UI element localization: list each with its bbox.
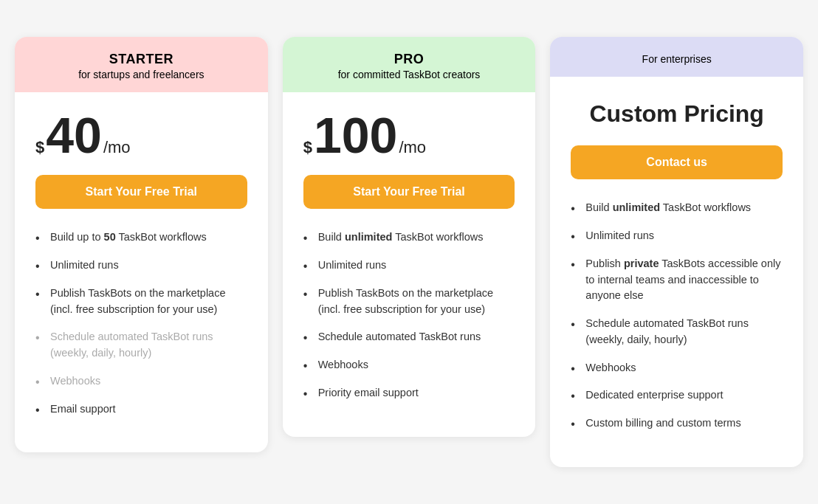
list-item: Publish TaskBots on the marketplace (inc… — [303, 286, 515, 318]
list-item: Webhooks — [35, 373, 247, 390]
custom-pricing-label: Custom Pricing — [571, 100, 783, 128]
enterprise-header: For enterprises — [550, 37, 803, 77]
list-item: Custom billing and custom terms — [571, 415, 783, 432]
list-item: Webhooks — [571, 360, 783, 376]
enterprise-features-list: Build unlimited TaskBot workflows Unlimi… — [571, 200, 783, 432]
pro-card: PRO for committed TaskBot creators $ 100… — [283, 37, 536, 436]
starter-card-body: $ 40 /mo Start Your Free Trial Build up … — [15, 92, 268, 452]
list-item: Build unlimited TaskBot workflows — [303, 229, 515, 246]
list-item: Dedicated enterprise support — [571, 387, 783, 404]
list-item: Publish TaskBots on the marketplace (inc… — [35, 286, 247, 318]
starter-price-period: /mo — [103, 138, 131, 157]
list-item: Priority email support — [303, 385, 515, 401]
pro-features-list: Build unlimited TaskBot workflows Unlimi… — [303, 229, 515, 401]
starter-plan-name: STARTER — [32, 52, 250, 67]
enterprise-header-label: For enterprises — [568, 53, 786, 65]
list-item: Schedule automated TaskBot runs (weekly,… — [571, 316, 783, 348]
pro-card-body: $ 100 /mo Start Your Free Trial Build un… — [283, 92, 536, 436]
list-item: Unlimited runs — [35, 258, 247, 274]
list-item: Publish private TaskBots accessible only… — [571, 256, 783, 304]
enterprise-cta-button[interactable]: Contact us — [571, 145, 783, 179]
list-item: Build up to 50 TaskBot workflows — [35, 229, 247, 246]
enterprise-card-body: Custom Pricing Contact us Build unlimite… — [550, 77, 803, 467]
starter-price-dollar: $ — [35, 138, 44, 157]
pro-price-row: $ 100 /mo — [303, 110, 515, 160]
pro-plan-subtitle: for committed TaskBot creators — [300, 69, 518, 80]
pro-cta-button[interactable]: Start Your Free Trial — [303, 175, 515, 209]
list-item: Unlimited runs — [571, 228, 783, 244]
starter-cta-button[interactable]: Start Your Free Trial — [35, 175, 247, 209]
pro-plan-name: PRO — [300, 52, 518, 67]
pro-price-period: /mo — [399, 138, 426, 157]
list-item: Build unlimited TaskBot workflows — [571, 200, 783, 216]
starter-price-amount: 40 — [46, 110, 102, 160]
list-item: Schedule automated TaskBot runs — [303, 329, 515, 345]
list-item: Email support — [35, 401, 247, 418]
starter-price-row: $ 40 /mo — [35, 110, 247, 160]
pro-price-dollar: $ — [303, 138, 312, 157]
starter-features-list: Build up to 50 TaskBot workflows Unlimit… — [35, 229, 247, 417]
list-item: Webhooks — [303, 357, 515, 373]
pro-header: PRO for committed TaskBot creators — [283, 37, 536, 92]
starter-header: STARTER for startups and freelancers — [15, 37, 268, 92]
pricing-container: STARTER for startups and freelancers $ 4… — [15, 37, 803, 467]
pro-price-amount: 100 — [314, 110, 397, 160]
list-item: Schedule automated TaskBot runs (weekly,… — [35, 329, 247, 362]
starter-plan-subtitle: for startups and freelancers — [32, 69, 250, 80]
starter-card: STARTER for startups and freelancers $ 4… — [15, 37, 268, 452]
list-item: Unlimited runs — [303, 258, 515, 274]
enterprise-card: For enterprises Custom Pricing Contact u… — [550, 37, 803, 467]
